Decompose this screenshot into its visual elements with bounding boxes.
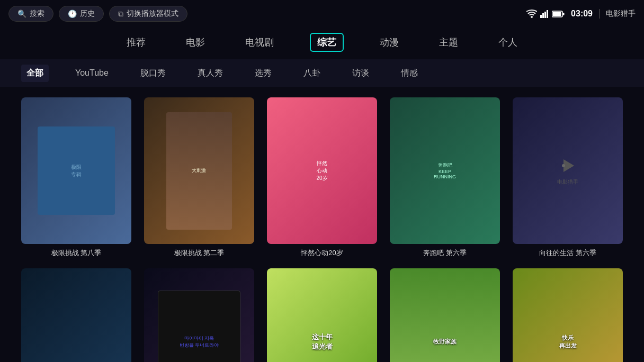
svg-rect-1 (542, 13, 544, 18)
card-thumb-7: 마이마이 지옥번방을 두너트라야 (144, 268, 254, 362)
card-jixiantiaozhan2[interactable]: 大刺激 极限挑战 第二季 (144, 97, 254, 258)
clock-display: 03:09 (571, 9, 593, 19)
sub-nav: 全部 YouTube 脱口秀 真人秀 选秀 八卦 访谈 情感 (0, 59, 644, 87)
card-wangwang6[interactable]: 电影猎手 向往的生活 第六季 (513, 97, 623, 258)
content-grid: 极限专辑 极限挑战 第八季 大刺激 极限挑战 第二季 怦然心动20岁 怦然心动2… (0, 87, 644, 362)
placeholder-text: 电影猎手 (557, 178, 578, 186)
main-nav: 推荐 电影 电视剧 综艺 动漫 主题 个人 (0, 28, 644, 59)
tab-tv[interactable]: 电视剧 (241, 34, 278, 51)
svg-rect-3 (547, 10, 548, 18)
placeholder-logo-icon (558, 156, 577, 175)
card-thumb-6: 7月14日起周四中午12:00超前聚会 (21, 268, 131, 362)
history-button[interactable]: 🕐 历史 (59, 6, 104, 22)
card-muyejiazu[interactable]: 牧野家族 牧野家族 (390, 268, 500, 362)
card-thumb-5: 电影猎手 (513, 97, 623, 244)
svg-rect-5 (553, 12, 561, 16)
app-name: 电影猎手 (606, 9, 636, 19)
switch-player-button[interactable]: ⧉ 切换播放器模式 (109, 6, 187, 22)
card-thumb-4: 奔跑吧KEEPRUNNING (390, 97, 500, 244)
sub-tab-youtube[interactable]: YouTube (70, 65, 114, 81)
history-label: 历史 (80, 9, 95, 19)
switch-label: 切换播放器模式 (127, 9, 178, 19)
search-icon: 🔍 (17, 10, 26, 18)
signal-icon (540, 10, 549, 18)
tab-anime[interactable]: 动漫 (375, 34, 403, 51)
tab-movie[interactable]: 电影 (182, 34, 209, 51)
card-label-4: 奔跑吧 第六季 (390, 248, 500, 258)
search-button[interactable]: 🔍 搜索 (8, 6, 53, 22)
tab-recommend[interactable]: 推荐 (122, 34, 150, 51)
sub-tab-talk[interactable]: 访谈 (347, 65, 374, 82)
card-label-1: 极限挑战 第八季 (21, 248, 131, 258)
search-label: 搜索 (30, 9, 44, 19)
status-icons (526, 10, 565, 18)
battery-icon (552, 11, 565, 17)
card-misshi4[interactable]: 7月14日起周四中午12:00超前聚会 密室大逃脱 第四季 (21, 268, 131, 362)
svg-rect-2 (544, 12, 546, 18)
sub-tab-emotion[interactable]: 情感 (396, 65, 423, 82)
card-label-2: 极限挑战 第二季 (144, 248, 254, 258)
tab-personal[interactable]: 个人 (494, 34, 522, 51)
card-thumb-3: 怦然心动20岁 (267, 97, 377, 244)
tab-theme[interactable]: 主题 (435, 34, 462, 51)
divider (599, 9, 600, 19)
card-kuailerezhufa[interactable]: 快乐再出发 快乐再出发 (513, 268, 623, 362)
wifi-icon (526, 10, 537, 18)
svg-point-8 (562, 164, 565, 167)
svg-rect-0 (540, 15, 542, 18)
card-label-5: 向往的生活 第六季 (513, 248, 623, 258)
top-bar: 🔍 搜索 🕐 历史 ⧉ 切换播放器模式 (0, 0, 644, 28)
top-bar-left: 🔍 搜索 🕐 历史 ⧉ 切换播放器模式 (8, 6, 187, 22)
card-thumb-9: 牧野家族 (390, 268, 500, 362)
card-thumb-10: 快乐再出发 (513, 268, 623, 362)
card-jixiantiaozhan8[interactable]: 极限专辑 极限挑战 第八季 (21, 97, 131, 258)
card-thumb-2: 大刺激 (144, 97, 254, 244)
sub-tab-reality[interactable]: 真人秀 (192, 65, 228, 82)
card-zheshinian[interactable]: 这十年追光者 这十年 追光者 (267, 268, 377, 362)
card-benpao6[interactable]: 奔跑吧KEEPRUNNING 奔跑吧 第六季 (390, 97, 500, 258)
sub-tab-gossip[interactable]: 八卦 (298, 65, 326, 82)
top-bar-right: 03:09 电影猎手 (526, 9, 636, 19)
card-wangluolianyu[interactable]: 마이마이 지옥번방을 두너트라야 网络炼狱：揭发N号... (144, 268, 254, 362)
tab-variety[interactable]: 综艺 (310, 33, 344, 52)
sub-tab-standup[interactable]: 脱口秀 (135, 65, 171, 82)
card-label-3: 怦然心动20岁 (267, 248, 377, 258)
sub-tab-idol[interactable]: 选秀 (249, 65, 277, 82)
switch-icon: ⧉ (118, 10, 123, 19)
history-icon: 🕐 (68, 10, 77, 18)
card-fengran20[interactable]: 怦然心动20岁 怦然心动20岁 (267, 97, 377, 258)
svg-rect-6 (563, 13, 565, 15)
card-thumb-8: 这十年追光者 (267, 268, 377, 362)
card-thumb-1: 极限专辑 (21, 97, 131, 244)
sub-tab-all[interactable]: 全部 (21, 65, 49, 82)
